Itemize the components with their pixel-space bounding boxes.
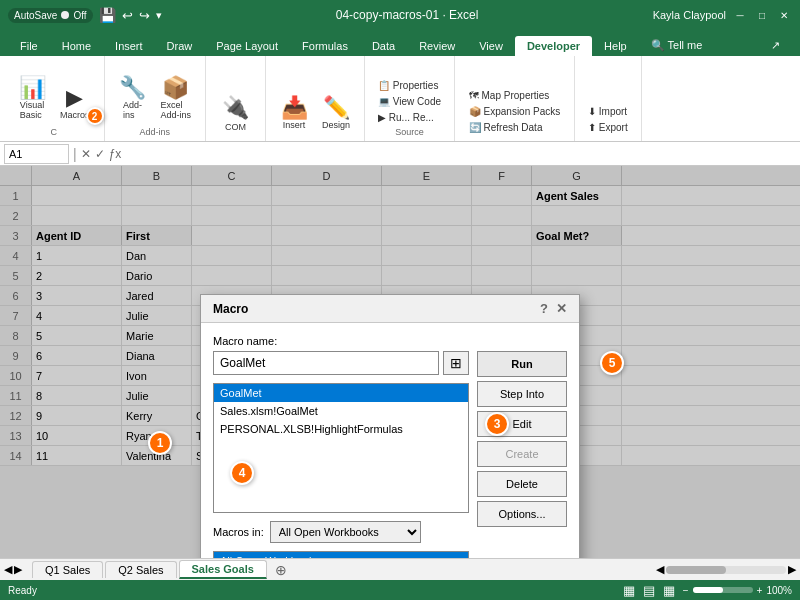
view-custom-icon[interactable]: ▦ [663,583,675,598]
insert-control-button[interactable]: 📥 Insert [274,94,314,133]
properties-button[interactable]: 📋 Properties [373,78,446,93]
tab-developer[interactable]: Developer [515,36,592,56]
map-properties-button[interactable]: 🗺 Map Properties [464,88,566,103]
ribbon-tabs: File Home Insert Draw Page Layout Formul… [0,30,800,56]
step-into-button[interactable]: Step Into [477,381,567,407]
excel-addins-button[interactable]: 📦 ExcelAdd-ins [155,74,198,123]
macro-name-input[interactable] [213,351,439,375]
excel-addins-icon: 📦 [162,77,189,99]
map-col: 🗺 Map Properties 📦 Expansion Packs 🔄 Ref… [464,88,566,135]
dropdown-item-all[interactable]: All Open Workbooks [214,552,468,558]
tab-data[interactable]: Data [360,36,407,56]
macros-in-row: Macros in: All Open Workbooks This Workb… [213,521,469,543]
view-normal-icon[interactable]: ▦ [623,583,635,598]
name-box[interactable]: A1 [4,144,69,164]
ribbon-group-code: 📊 VisualBasic ▶ Macros 2 C [4,56,105,141]
modal-buttons: Run Step Into Edit Create Delete Options… [477,351,567,558]
app: AutoSave Off 💾 ↩ ↪ ▾ 04-copy-macros-01 ·… [0,0,800,600]
view-code-button[interactable]: 💻 View Code [373,94,446,109]
share-button[interactable]: ↗ [759,35,792,56]
create-button[interactable]: Create [477,441,567,467]
modal-close-icon[interactable]: ✕ [556,301,567,316]
ribbon-group-controls: 📥 Insert ✏️ Design [266,56,365,141]
macros-in-select[interactable]: All Open Workbooks This Workbook PERSONA… [270,521,421,543]
design-button[interactable]: ✏️ Design [316,94,356,133]
macro-browse-button[interactable]: ⊞ [443,351,469,375]
delete-button[interactable]: Delete [477,471,567,497]
titlebar-right: Kayla Claypool ─ □ ✕ [653,7,792,23]
zoom-in-icon[interactable]: + [757,585,763,596]
visual-basic-button[interactable]: 📊 VisualBasic [12,74,52,123]
tab-q2-sales[interactable]: Q2 Sales [105,561,176,578]
ribbon-group-import: ⬇ Import ⬆ Export [575,56,642,141]
undo-icon[interactable]: ↩ [122,8,133,23]
callout-4: 4 [230,461,254,485]
scroll-right-icon[interactable]: ▶ [788,563,796,576]
view-page-icon[interactable]: ▤ [643,583,655,598]
macros-in-label: Macros in: [213,526,264,538]
insert-icon: 📥 [281,97,308,119]
export-button[interactable]: ⬆ Export [583,120,633,135]
modal-overlay: Macro ? ✕ Macro name: ⊞ [0,166,800,558]
code-group-label: C [51,127,58,137]
prev-sheet-icon[interactable]: ◀ [4,563,12,576]
options-button[interactable]: Options... [477,501,567,527]
macro-list-item[interactable]: Sales.xlsm!GoalMet [214,402,468,420]
function-icon[interactable]: ƒx [109,147,122,161]
titlebar-left: AutoSave Off 💾 ↩ ↪ ▾ [8,7,162,23]
next-sheet-icon[interactable]: ▶ [14,563,22,576]
controls-buttons: 📥 Insert ✏️ Design [274,94,356,133]
macro-list[interactable]: GoalMet Sales.xlsm!GoalMet PERSONAL.XLSB… [213,383,469,513]
macro-list-item[interactable]: PERSONAL.XLSB!HighlightFormulas [214,420,468,438]
macro-dialog: Macro ? ✕ Macro name: ⊞ [200,294,580,558]
main-area: A B C D E F G 1 Agent Sales 2 [0,166,800,558]
modal-help-icon[interactable]: ? [540,301,548,316]
redo-icon[interactable]: ↪ [139,8,150,23]
minimize-button[interactable]: ─ [732,7,748,23]
run-button[interactable]: Run [477,351,567,377]
confirm-formula-icon[interactable]: ✓ [95,147,105,161]
tab-formulas[interactable]: Formulas [290,36,360,56]
modal-left: ⊞ GoalMet Sales.xlsm!GoalMet PERSONAL.XL… [213,351,469,558]
customize-icon[interactable]: ▾ [156,9,162,22]
tab-home[interactable]: Home [50,36,103,56]
tab-review[interactable]: Review [407,36,467,56]
zoom-out-icon[interactable]: − [683,585,689,596]
tab-view[interactable]: View [467,36,515,56]
modal-content-row: ⊞ GoalMet Sales.xlsm!GoalMet PERSONAL.XL… [213,351,567,558]
tab-tell-me[interactable]: 🔍 Tell me [639,35,715,56]
import-button[interactable]: ⬇ Import [583,104,633,119]
tab-draw[interactable]: Draw [155,36,205,56]
com-button[interactable]: 🔌 COM [216,92,256,135]
horizontal-scrollbar-thumb[interactable] [666,566,726,574]
save-icon[interactable]: 💾 [99,7,116,23]
callout-3: 3 [485,412,509,436]
dropdown-container: All Open Workbooks This Workbook PERSONA… [213,551,469,558]
cancel-formula-icon[interactable]: ✕ [81,147,91,161]
refresh-data-button[interactable]: 🔄 Refresh Data [464,120,566,135]
scroll-left-icon[interactable]: ◀ [656,563,664,576]
tab-page-layout[interactable]: Page Layout [204,36,290,56]
close-button[interactable]: ✕ [776,7,792,23]
tab-help[interactable]: Help [592,36,639,56]
tab-sales-goals[interactable]: Sales Goals [179,560,267,579]
macro-list-item[interactable]: GoalMet [214,384,468,402]
tab-q1-sales[interactable]: Q1 Sales [32,561,103,578]
add-sheet-button[interactable]: ⊕ [269,562,293,578]
sheet-tabs: ◀ ▶ Q1 Sales Q2 Sales Sales Goals ⊕ ◀ ▶ [0,558,800,580]
addins-button[interactable]: 🔧 Add-ins [113,74,153,123]
tab-file[interactable]: File [8,36,50,56]
zoom-slider[interactable] [693,587,723,593]
titlebar: AutoSave Off 💾 ↩ ↪ ▾ 04-copy-macros-01 ·… [0,0,800,30]
file-title: 04-copy-macros-01 · Excel [336,8,479,22]
expansion-packs-button[interactable]: 📦 Expansion Packs [464,104,566,119]
formula-bar: A1 | ✕ ✓ ƒx [0,142,800,166]
addins-icon: 🔧 [119,77,146,99]
autosave-state: Off [73,10,86,21]
xml-col: 📋 Properties 💻 View Code ▶ Ru... Re... [373,78,446,125]
maximize-button[interactable]: □ [754,7,770,23]
formula-divider: | [73,146,77,162]
run-dialog-button[interactable]: ▶ Ru... Re... [373,110,446,125]
tab-insert[interactable]: Insert [103,36,155,56]
autosave-toggle[interactable]: AutoSave Off [8,8,93,23]
